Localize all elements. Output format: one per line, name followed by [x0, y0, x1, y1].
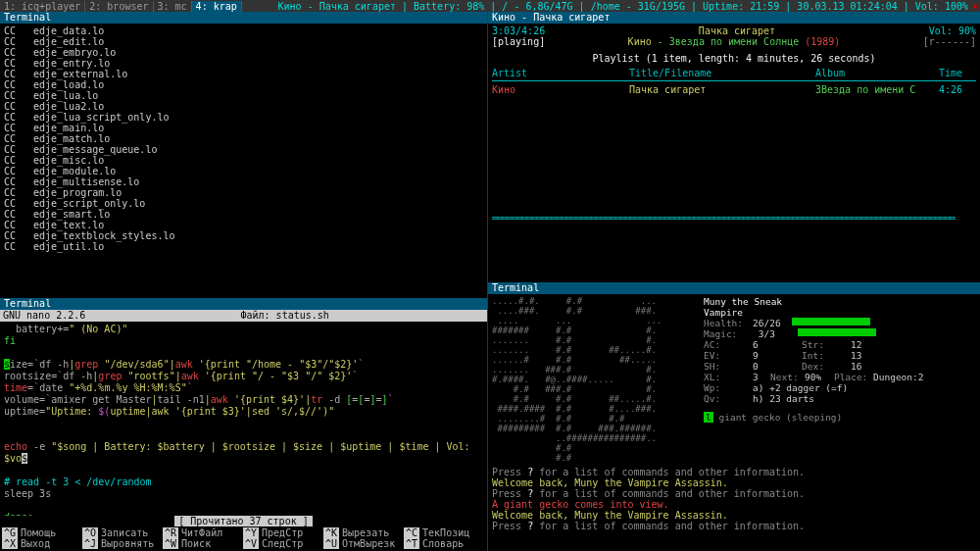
nano-editor[interactable]: battery+=" (No AC)"fi size=`df -h|grep "…: [0, 322, 487, 516]
mp-bar: [798, 328, 876, 336]
player-time: 3:03/4:26: [492, 25, 545, 36]
player-flags: [r------]: [923, 36, 976, 47]
nano-key[interactable]: ^UОтмВырезк: [323, 538, 404, 549]
workspace-tab-3[interactable]: 3: mc: [154, 1, 192, 12]
character-class: Vampire: [704, 307, 976, 318]
nano-key[interactable]: ^XВыход: [2, 538, 82, 549]
workspace-tab-4[interactable]: 4: krap: [192, 1, 242, 12]
nano-key[interactable]: ^RЧитФайл: [163, 527, 243, 538]
nano-key[interactable]: ^CТекПозиц: [404, 527, 484, 538]
monster-glyph: l: [704, 412, 713, 423]
nano-filename: Файл: status.sh: [240, 310, 328, 322]
terminal-title-bar-2: Terminal: [0, 298, 487, 310]
player-album-line: Кино - Звезда по имени Солнце (1989): [628, 36, 841, 47]
nano-key[interactable]: ^OЗаписать: [82, 527, 163, 538]
nano-key[interactable]: ^YПредСтр: [243, 527, 323, 538]
status-text: Кино - Пачка сигарет | Battery: 98% | / …: [278, 1, 970, 12]
music-player[interactable]: 3:03/4:26 Пачка сигарет Vol: 90% [playin…: [488, 24, 980, 282]
player-divider: ════════════════════════════════════════…: [492, 213, 976, 224]
nano-shortcut-bar: ^GПомощь^OЗаписать^RЧитФайл^YПредСтр^KВы…: [2, 527, 485, 549]
player-state: [playing]: [492, 36, 545, 47]
game-title-bar: Terminal: [488, 282, 980, 294]
monster-list: l giant gecko (sleeping): [704, 412, 976, 423]
close-icon[interactable]: ✖: [970, 1, 980, 12]
nano-version: GNU nano 2.2.6: [3, 310, 85, 322]
nano-header: GNU nano 2.2.6 Файл: status.sh: [0, 310, 487, 322]
nano-key[interactable]: ^GПомощь: [2, 527, 82, 538]
player-title-bar: Кино - Пачка сигарет: [488, 12, 980, 24]
playlist-columns: Artist Title/Filename Album Time: [492, 68, 976, 81]
nano-key[interactable]: ^VСледСтр: [243, 538, 323, 549]
workspace-tab-1[interactable]: 1: icq+player: [0, 1, 85, 12]
playlist-row[interactable]: Кино Пачка сигарет ЗВезда по имени С 4:2…: [492, 84, 976, 95]
hp-bar: [792, 318, 870, 326]
workspace-tabs: 1: icq+player 2: browser 3: mc 4: krap: [0, 1, 242, 12]
player-track: Пачка сигарет: [699, 25, 775, 36]
player-volume: Vol: 90%: [929, 25, 976, 36]
roguelike-game[interactable]: .....#.#. #.# ... ....###. #.# ###. ....…: [488, 294, 980, 551]
game-messages: Press ? for a list of commands and other…: [492, 467, 976, 531]
nano-status: [ Прочитано 37 строк ]: [2, 516, 485, 526]
playlist-header: Playlist (1 item, length: 4 minutes, 26 …: [492, 53, 976, 64]
nano-key[interactable]: ^KВырезать: [323, 527, 404, 538]
game-stats: Muny the Sneak Vampire Health:26/26 Magi…: [698, 296, 976, 463]
nano-key[interactable]: ^TСловарь: [404, 538, 484, 549]
nano-footer: [ Прочитано 37 строк ] ^GПомощь^OЗаписат…: [0, 516, 487, 551]
character-name: Muny the Sneak: [704, 296, 976, 307]
window-manager-bar: 1: icq+player 2: browser 3: mc 4: krap К…: [0, 0, 980, 12]
nano-key[interactable]: ^WПоиск: [163, 538, 243, 549]
workspace-tab-2[interactable]: 2: browser: [85, 1, 153, 12]
compile-output[interactable]: CCedje_data.loCCedje_edit.loCCedje_embry…: [0, 24, 487, 298]
nano-key[interactable]: ^JВыровнять: [82, 538, 163, 549]
game-map[interactable]: .....#.#. #.# ... ....###. #.# ###. ....…: [492, 296, 698, 463]
terminal-title-bar: Terminal: [0, 12, 487, 24]
